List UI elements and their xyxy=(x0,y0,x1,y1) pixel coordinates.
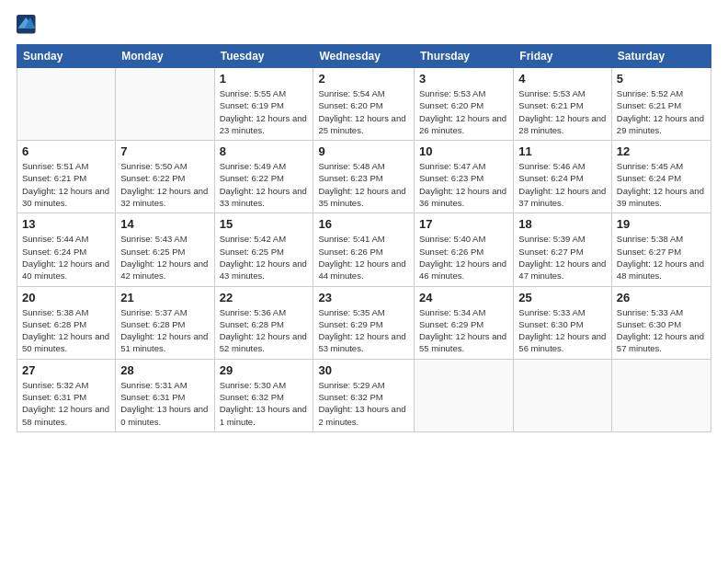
week-row-3: 13Sunrise: 5:44 AM Sunset: 6:24 PM Dayli… xyxy=(17,213,711,286)
weekday-header-wednesday: Wednesday xyxy=(313,45,415,68)
day-number: 29 xyxy=(220,363,309,377)
calendar-cell: 14Sunrise: 5:43 AM Sunset: 6:25 PM Dayli… xyxy=(116,213,214,286)
calendar-cell: 20Sunrise: 5:38 AM Sunset: 6:28 PM Dayli… xyxy=(17,286,116,359)
calendar-cell xyxy=(611,359,711,431)
day-info: Sunrise: 5:44 AM Sunset: 6:24 PM Dayligh… xyxy=(22,233,110,282)
week-row-2: 6Sunrise: 5:51 AM Sunset: 6:21 PM Daylig… xyxy=(17,141,711,213)
weekday-header-thursday: Thursday xyxy=(415,45,514,68)
day-info: Sunrise: 5:54 AM Sunset: 6:20 PM Dayligh… xyxy=(318,87,409,136)
day-info: Sunrise: 5:37 AM Sunset: 6:28 PM Dayligh… xyxy=(120,306,209,355)
calendar-cell: 1Sunrise: 5:55 AM Sunset: 6:19 PM Daylig… xyxy=(214,68,313,141)
day-number: 20 xyxy=(22,291,110,304)
calendar-cell: 18Sunrise: 5:39 AM Sunset: 6:27 PM Dayli… xyxy=(514,213,612,286)
day-number: 12 xyxy=(617,144,706,158)
day-number: 27 xyxy=(22,363,110,377)
day-number: 2 xyxy=(318,72,409,86)
day-info: Sunrise: 5:45 AM Sunset: 6:24 PM Dayligh… xyxy=(617,160,706,209)
calendar-cell: 16Sunrise: 5:41 AM Sunset: 6:26 PM Dayli… xyxy=(313,213,415,286)
calendar-cell: 25Sunrise: 5:33 AM Sunset: 6:30 PM Dayli… xyxy=(514,286,612,359)
day-info: Sunrise: 5:53 AM Sunset: 6:21 PM Dayligh… xyxy=(518,87,607,136)
day-info: Sunrise: 5:38 AM Sunset: 6:28 PM Dayligh… xyxy=(22,306,110,355)
calendar-cell: 15Sunrise: 5:42 AM Sunset: 6:25 PM Dayli… xyxy=(214,213,313,286)
day-number: 18 xyxy=(518,217,607,231)
weekday-header-tuesday: Tuesday xyxy=(214,45,313,68)
calendar-cell: 21Sunrise: 5:37 AM Sunset: 6:28 PM Dayli… xyxy=(116,286,214,359)
calendar-cell: 11Sunrise: 5:46 AM Sunset: 6:24 PM Dayli… xyxy=(514,141,612,213)
calendar-cell: 29Sunrise: 5:30 AM Sunset: 6:32 PM Dayli… xyxy=(214,359,313,431)
calendar-cell: 5Sunrise: 5:52 AM Sunset: 6:21 PM Daylig… xyxy=(611,68,711,141)
calendar-cell xyxy=(17,68,116,141)
calendar-cell: 9Sunrise: 5:48 AM Sunset: 6:23 PM Daylig… xyxy=(313,141,415,213)
day-number: 11 xyxy=(518,144,607,158)
day-info: Sunrise: 5:50 AM Sunset: 6:22 PM Dayligh… xyxy=(120,160,209,209)
weekday-header-saturday: Saturday xyxy=(611,45,711,68)
calendar-cell: 7Sunrise: 5:50 AM Sunset: 6:22 PM Daylig… xyxy=(116,141,214,213)
calendar-cell: 23Sunrise: 5:35 AM Sunset: 6:29 PM Dayli… xyxy=(313,286,415,359)
day-number: 22 xyxy=(220,291,309,304)
day-number: 19 xyxy=(617,217,706,231)
day-info: Sunrise: 5:40 AM Sunset: 6:26 PM Dayligh… xyxy=(419,233,508,282)
calendar-cell: 28Sunrise: 5:31 AM Sunset: 6:31 PM Dayli… xyxy=(116,359,214,431)
day-number: 28 xyxy=(120,363,209,377)
calendar-cell: 24Sunrise: 5:34 AM Sunset: 6:29 PM Dayli… xyxy=(415,286,514,359)
calendar-cell: 17Sunrise: 5:40 AM Sunset: 6:26 PM Dayli… xyxy=(415,213,514,286)
day-number: 8 xyxy=(220,144,309,158)
calendar-cell: 12Sunrise: 5:45 AM Sunset: 6:24 PM Dayli… xyxy=(611,141,711,213)
calendar-cell: 2Sunrise: 5:54 AM Sunset: 6:20 PM Daylig… xyxy=(313,68,415,141)
calendar-cell: 30Sunrise: 5:29 AM Sunset: 6:32 PM Dayli… xyxy=(313,359,415,431)
day-info: Sunrise: 5:55 AM Sunset: 6:19 PM Dayligh… xyxy=(220,87,309,136)
calendar-cell: 6Sunrise: 5:51 AM Sunset: 6:21 PM Daylig… xyxy=(17,141,116,213)
day-info: Sunrise: 5:52 AM Sunset: 6:21 PM Dayligh… xyxy=(617,87,706,136)
day-info: Sunrise: 5:42 AM Sunset: 6:25 PM Dayligh… xyxy=(220,233,309,282)
logo xyxy=(17,17,40,35)
calendar-cell: 22Sunrise: 5:36 AM Sunset: 6:28 PM Dayli… xyxy=(214,286,313,359)
day-info: Sunrise: 5:31 AM Sunset: 6:31 PM Dayligh… xyxy=(120,379,209,428)
day-number: 3 xyxy=(419,72,508,86)
day-info: Sunrise: 5:33 AM Sunset: 6:30 PM Dayligh… xyxy=(617,306,706,355)
day-number: 10 xyxy=(419,144,508,158)
weekday-header-monday: Monday xyxy=(116,45,214,68)
calendar-cell: 8Sunrise: 5:49 AM Sunset: 6:22 PM Daylig… xyxy=(214,141,313,213)
calendar-cell: 19Sunrise: 5:38 AM Sunset: 6:27 PM Dayli… xyxy=(611,213,711,286)
calendar-cell xyxy=(116,68,214,141)
day-number: 16 xyxy=(318,217,409,231)
day-number: 4 xyxy=(518,72,607,86)
day-number: 13 xyxy=(22,217,110,231)
day-info: Sunrise: 5:33 AM Sunset: 6:30 PM Dayligh… xyxy=(518,306,607,355)
day-info: Sunrise: 5:47 AM Sunset: 6:23 PM Dayligh… xyxy=(419,160,508,209)
day-info: Sunrise: 5:34 AM Sunset: 6:29 PM Dayligh… xyxy=(419,306,508,355)
day-number: 5 xyxy=(617,72,706,86)
day-info: Sunrise: 5:29 AM Sunset: 6:32 PM Dayligh… xyxy=(318,379,409,428)
day-number: 24 xyxy=(419,291,508,304)
day-info: Sunrise: 5:35 AM Sunset: 6:29 PM Dayligh… xyxy=(318,306,409,355)
day-info: Sunrise: 5:43 AM Sunset: 6:25 PM Dayligh… xyxy=(120,233,209,282)
day-number: 25 xyxy=(518,291,607,304)
day-info: Sunrise: 5:36 AM Sunset: 6:28 PM Dayligh… xyxy=(220,306,309,355)
day-number: 6 xyxy=(22,144,110,158)
day-number: 14 xyxy=(120,217,209,231)
calendar-cell: 13Sunrise: 5:44 AM Sunset: 6:24 PM Dayli… xyxy=(17,213,116,286)
calendar-cell xyxy=(514,359,612,431)
day-info: Sunrise: 5:30 AM Sunset: 6:32 PM Dayligh… xyxy=(220,379,309,428)
day-number: 1 xyxy=(220,72,309,86)
calendar-cell: 27Sunrise: 5:32 AM Sunset: 6:31 PM Dayli… xyxy=(17,359,116,431)
calendar-cell: 26Sunrise: 5:33 AM Sunset: 6:30 PM Dayli… xyxy=(611,286,711,359)
day-number: 17 xyxy=(419,217,508,231)
week-row-1: 1Sunrise: 5:55 AM Sunset: 6:19 PM Daylig… xyxy=(17,68,711,141)
week-row-4: 20Sunrise: 5:38 AM Sunset: 6:28 PM Dayli… xyxy=(17,286,711,359)
day-number: 9 xyxy=(318,144,409,158)
day-info: Sunrise: 5:48 AM Sunset: 6:23 PM Dayligh… xyxy=(318,160,409,209)
day-number: 7 xyxy=(120,144,209,158)
day-info: Sunrise: 5:51 AM Sunset: 6:21 PM Dayligh… xyxy=(22,160,110,209)
weekday-header-sunday: Sunday xyxy=(17,45,116,68)
day-info: Sunrise: 5:53 AM Sunset: 6:20 PM Dayligh… xyxy=(419,87,508,136)
logo-icon xyxy=(17,15,37,35)
calendar-cell: 4Sunrise: 5:53 AM Sunset: 6:21 PM Daylig… xyxy=(514,68,612,141)
weekday-header-row: SundayMondayTuesdayWednesdayThursdayFrid… xyxy=(17,45,711,68)
day-info: Sunrise: 5:41 AM Sunset: 6:26 PM Dayligh… xyxy=(318,233,409,282)
calendar-cell xyxy=(415,359,514,431)
day-info: Sunrise: 5:39 AM Sunset: 6:27 PM Dayligh… xyxy=(518,233,607,282)
day-info: Sunrise: 5:46 AM Sunset: 6:24 PM Dayligh… xyxy=(518,160,607,209)
day-number: 26 xyxy=(617,291,706,304)
weekday-header-friday: Friday xyxy=(514,45,612,68)
